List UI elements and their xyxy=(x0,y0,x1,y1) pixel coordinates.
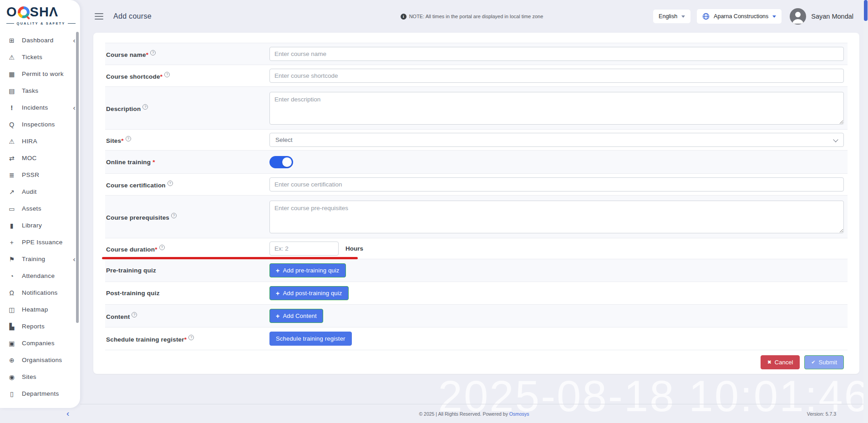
osmosys-link[interactable]: Osmosys xyxy=(509,411,529,417)
description-textarea[interactable] xyxy=(269,92,844,125)
sidebar: O SHΛ QUALITY & SAFETY ⊞ Dashboard ‹ ⚠ T… xyxy=(0,0,80,408)
sidebar-item-moc[interactable]: ⇄ MOC xyxy=(0,150,80,166)
field-label: Course shortcode*? xyxy=(105,72,269,80)
help-icon[interactable]: ? xyxy=(171,213,177,218)
course-shortcode-input[interactable] xyxy=(269,69,844,83)
sidebar-item-departments[interactable]: ▯ Departments xyxy=(0,385,80,402)
field-label: Pre-training quiz xyxy=(105,267,269,274)
sidebar-item-pssr[interactable]: ≣ PSSR xyxy=(0,166,80,183)
sidebar-collapse-button[interactable]: ‹ xyxy=(66,409,69,418)
sidebar-item-companies[interactable]: ▣ Companies xyxy=(0,335,80,352)
version-label: Version: 5.7.3 xyxy=(807,411,836,417)
sidebar-item-library[interactable]: ▮ Library xyxy=(0,217,80,234)
form-row-course-duration: Course duration*? Hours xyxy=(105,238,848,259)
brand-tagline: QUALITY & SAFETY xyxy=(6,21,76,25)
field-label: Course name*? xyxy=(105,50,269,58)
help-icon[interactable]: ? xyxy=(150,50,156,55)
logo-text-right: SHΛ xyxy=(30,5,59,19)
notifications-icon: Ω xyxy=(8,289,16,297)
plus-icon: + xyxy=(276,290,279,297)
reports-icon: ▙ xyxy=(8,323,16,330)
hira-icon: ⚠ xyxy=(8,138,16,145)
language-select[interactable]: English xyxy=(653,10,690,23)
sidebar-item-reports[interactable]: ▙ Reports xyxy=(0,318,80,335)
field-label: Post-training quiz xyxy=(105,290,269,297)
help-icon[interactable]: ? xyxy=(132,312,137,317)
sidebar-scrollbar[interactable] xyxy=(76,32,79,323)
sidebar-item-sites[interactable]: ◉ Sites xyxy=(0,368,80,385)
attendance-icon: ◔ xyxy=(8,272,16,280)
plus-icon: + xyxy=(276,313,279,319)
field-label: Course prerequisites? xyxy=(105,213,269,221)
submit-button[interactable]: ✔ Submit xyxy=(804,355,844,369)
course-prerequisites-textarea[interactable] xyxy=(269,201,844,233)
help-icon[interactable]: ? xyxy=(164,72,170,77)
help-icon[interactable]: ? xyxy=(188,335,194,340)
help-icon[interactable]: ? xyxy=(126,136,131,141)
sidebar-item-label: Reports xyxy=(22,323,45,330)
heatmap-icon: ◫ xyxy=(8,306,16,313)
schedule-training-register-button[interactable]: Schedule training register xyxy=(269,332,352,346)
form-row-sites: Sites*? Select xyxy=(105,130,848,151)
permit-to-work-icon: ▦ xyxy=(8,70,16,78)
help-icon[interactable]: ? xyxy=(142,104,148,110)
add-post-training-quiz-button[interactable]: +Add post-training quiz xyxy=(269,286,349,300)
sidebar-item-tasks[interactable]: ▤ Tasks xyxy=(0,82,80,99)
add-pre-training-quiz-button[interactable]: +Add pre-training quiz xyxy=(269,263,346,277)
brand-logo[interactable]: O SHΛ QUALITY & SAFETY xyxy=(0,0,80,29)
sidebar-item-inspections[interactable]: Q Inspections xyxy=(0,116,80,133)
sidebar-item-permit-to-work[interactable]: ▦ Permit to work xyxy=(0,65,80,82)
course-name-input[interactable] xyxy=(269,47,844,61)
form-row-online-training: Online training * xyxy=(105,151,848,174)
sidebar-item-dashboard[interactable]: ⊞ Dashboard ‹ xyxy=(0,32,80,49)
caret-down-icon xyxy=(681,15,685,18)
inspections-icon: Q xyxy=(8,121,16,128)
sidebar-item-tickets[interactable]: ⚠ Tickets xyxy=(0,49,80,65)
organisation-select[interactable]: Aparna Constructions xyxy=(697,9,782,24)
sidebar-item-label: Heatmap xyxy=(22,306,48,313)
sidebar-item-label: Departments xyxy=(22,390,59,397)
add-content-button[interactable]: +Add Content xyxy=(269,309,323,323)
info-icon: i xyxy=(401,14,406,20)
course-duration-input[interactable] xyxy=(269,242,339,256)
sidebar-item-heatmap[interactable]: ◫ Heatmap xyxy=(0,301,80,318)
field-label: Content? xyxy=(105,312,269,320)
sites-select[interactable]: Select xyxy=(269,133,844,147)
sidebar-item-hira[interactable]: ⚠ HIRA xyxy=(0,133,80,150)
cancel-button[interactable]: ✖ Cancel xyxy=(761,355,800,369)
menu-icon[interactable] xyxy=(95,13,103,20)
sidebar-item-organisations[interactable]: ⊕ Organisations xyxy=(0,352,80,368)
course-certification-input[interactable] xyxy=(269,177,844,191)
online-training-toggle[interactable] xyxy=(269,156,293,168)
sidebar-nav: ⊞ Dashboard ‹ ⚠ Tickets ▦ Permit to work… xyxy=(0,29,80,402)
sidebar-item-assets[interactable]: ▭ Assets xyxy=(0,200,80,217)
form-row-content: Content? +Add Content xyxy=(105,305,848,327)
help-icon[interactable]: ? xyxy=(159,245,165,250)
sidebar-item-label: Incidents xyxy=(22,104,48,111)
sidebar-item-label: Permit to work xyxy=(22,70,64,77)
sidebar-item-attendance[interactable]: ◔ Attendance xyxy=(0,267,80,284)
sidebar-item-ppe-issuance[interactable]: + PPE Issuance xyxy=(0,234,80,251)
organisations-icon: ⊕ xyxy=(8,357,16,364)
tickets-icon: ⚠ xyxy=(8,54,16,61)
page-scrollbar[interactable] xyxy=(863,0,868,423)
check-icon: ✔ xyxy=(811,360,815,365)
sidebar-item-training[interactable]: ⚑ Training ‹ xyxy=(0,251,80,267)
field-label: Course duration*? xyxy=(105,245,269,253)
form-row-schedule-training-register: Schedule training register*? Schedule tr… xyxy=(105,327,848,350)
sidebar-item-incidents[interactable]: ! Incidents ‹ xyxy=(0,99,80,116)
sidebar-item-label: Library xyxy=(22,222,42,229)
page-scrollbar-thumb[interactable] xyxy=(864,0,868,21)
field-label: Course certification? xyxy=(105,181,269,189)
training-icon: ⚑ xyxy=(8,256,16,263)
chevron-left-icon: ‹ xyxy=(73,37,76,44)
sidebar-item-audit[interactable]: ↗ Audit xyxy=(0,183,80,200)
incidents-icon: ! xyxy=(8,104,16,111)
form-actions: ✖ Cancel ✔ Submit xyxy=(105,350,848,374)
avatar[interactable] xyxy=(790,8,806,25)
sidebar-item-notifications[interactable]: Ω Notifications xyxy=(0,284,80,301)
form-row-description: Description? xyxy=(105,87,848,130)
logo-q-icon xyxy=(18,6,30,18)
help-icon[interactable]: ? xyxy=(168,181,173,186)
sidebar-item-label: Training xyxy=(22,256,45,262)
